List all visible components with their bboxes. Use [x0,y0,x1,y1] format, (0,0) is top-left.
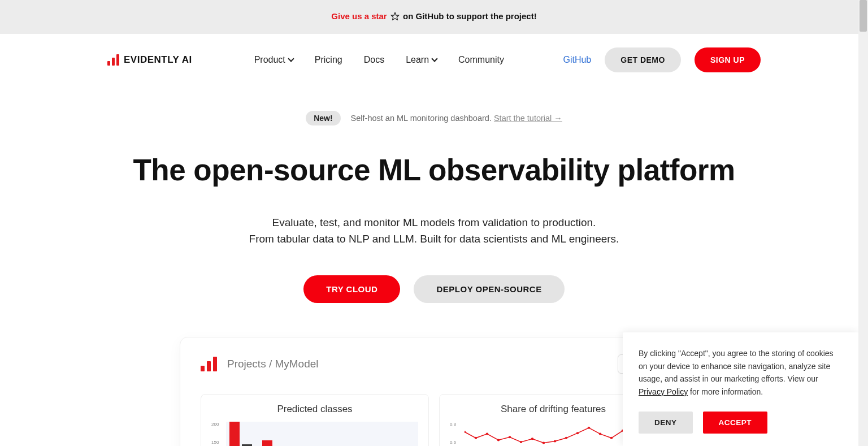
cookie-accept-button[interactable]: ACCEPT [703,412,768,434]
github-link[interactable]: GitHub [563,55,591,65]
github-star-banner[interactable]: Give us a star on GitHub to support the … [0,0,868,34]
chart-predicted-classes: Predicted classes 200 150 100 [201,394,429,446]
notice-text: Self-host an ML monitoring dashboard. [351,114,492,123]
nav-community[interactable]: Community [458,55,504,65]
cookie-deny-button[interactable]: DENY [639,412,693,434]
svg-point-12 [588,427,591,429]
hero-subtitle: Evaluate, test, and monitor ML models fr… [0,214,868,248]
chevron-down-icon [288,55,294,62]
dashboard-logo-icon [201,357,217,371]
bar-chart-area: 200 150 100 [226,422,418,446]
notice-link[interactable]: Start the tutorial → [494,114,562,123]
svg-point-5 [509,436,511,439]
svg-point-8 [542,442,545,444]
y-axis-labels: 0.8 0.6 0.4 [450,422,456,446]
charts-row: Predicted classes 200 150 100 Share of d… [201,394,667,446]
svg-point-11 [576,432,579,435]
svg-point-6 [520,441,523,443]
star-icon [390,12,400,23]
y-axis-labels: 200 150 100 [211,422,219,446]
bar [229,422,240,446]
svg-point-7 [531,438,534,440]
bar [262,440,272,446]
try-cloud-button[interactable]: TRY CLOUD [303,275,400,303]
svg-marker-0 [391,12,398,20]
announcement-notice: New! Self-host an ML monitoring dashboar… [306,111,562,125]
breadcrumb[interactable]: Projects / MyModel [227,358,319,370]
svg-point-9 [554,440,557,443]
hero-ctas: TRY CLOUD DEPLOY OPEN-SOURCE [0,275,868,303]
logo-bars-icon [107,54,119,66]
main-nav: EVIDENTLY AI Product Pricing Docs Learn … [0,34,868,72]
nav-docs[interactable]: Docs [364,55,384,65]
scrollbar-thumb[interactable] [860,0,867,32]
cookie-consent: By clicking "Accept", you agree to the s… [623,332,859,446]
dashboard-header: Projects / MyModel Last 14 d [201,354,667,374]
svg-point-13 [599,433,602,435]
chevron-down-icon [431,55,437,62]
banner-red-text: Give us a star [331,11,387,21]
cookie-text: By clicking "Accept", you agree to the s… [639,347,843,398]
nav-pricing[interactable]: Pricing [315,55,342,65]
nav-right: GitHub GET DEMO SIGN UP [563,47,761,72]
privacy-policy-link[interactable]: Privacy Policy [639,387,688,396]
banner-rest-text: on GitHub to support the project! [403,11,537,21]
svg-point-2 [475,437,478,439]
scrollbar[interactable] [858,0,868,446]
svg-point-10 [565,437,568,439]
deploy-opensource-button[interactable]: DEPLOY OPEN-SOURCE [414,275,564,303]
nav-learn[interactable]: Learn [406,55,437,65]
get-demo-button[interactable]: GET DEMO [605,47,681,72]
brand-logo[interactable]: EVIDENTLY AI [107,54,192,66]
svg-point-14 [610,437,613,439]
chart-title: Predicted classes [211,404,418,415]
new-badge: New! [306,111,340,125]
hero-title: The open-source ML observability platfor… [0,153,868,187]
hero-section: New! Self-host an ML monitoring dashboar… [0,111,868,304]
svg-point-4 [497,439,500,441]
sign-up-button[interactable]: SIGN UP [695,47,761,72]
brand-text: EVIDENTLY AI [124,54,192,66]
nav-product[interactable]: Product [254,55,293,65]
svg-point-3 [486,433,489,435]
dashboard-preview: Projects / MyModel Last 14 d Predicted c… [180,337,688,446]
nav-links: Product Pricing Docs Learn Community [254,55,504,65]
